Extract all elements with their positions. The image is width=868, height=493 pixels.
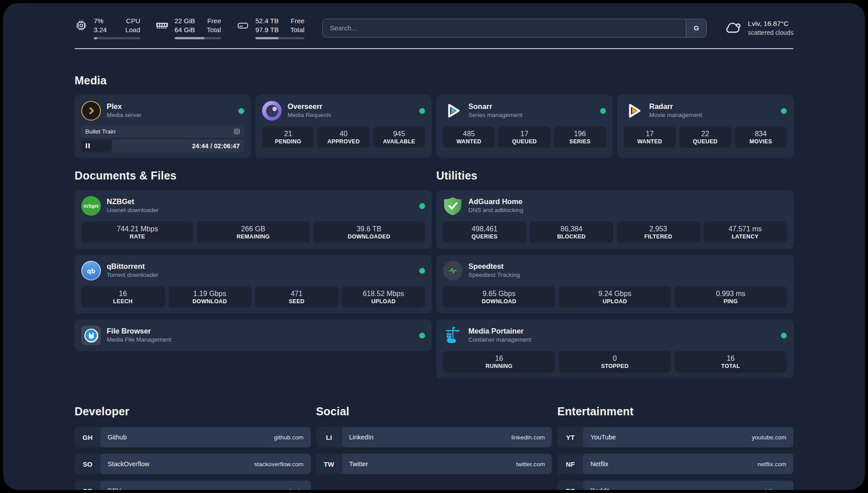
app-name: Speedtest xyxy=(468,262,520,271)
memory-icon xyxy=(155,19,169,32)
status-dot xyxy=(781,333,787,338)
app-card-filebrowser[interactable]: File Browser Media File Management xyxy=(75,320,432,351)
bookmark-abbr: TW xyxy=(316,454,342,474)
status-dot xyxy=(419,268,425,274)
cpu-usage-value: 7% xyxy=(94,17,107,25)
stat-queries: 498,461 QUERIES xyxy=(443,221,526,243)
bookmark-name: Github xyxy=(108,434,127,441)
bookmark-name: StackOverflow xyxy=(108,460,149,468)
qbittorrent-icon: qb xyxy=(81,261,101,280)
stat-rate: 744.21 Mbps RATE xyxy=(81,221,193,243)
cpu-progress-bar xyxy=(94,37,140,39)
stat-blocked: 86,384 BLOCKED xyxy=(530,221,613,243)
bookmark-abbr: GH xyxy=(75,427,100,447)
media-cards: Plex Media server Bullet Train xyxy=(75,95,793,158)
app-card-nzbget[interactable]: nzbget NZBGet Usenet downloader 744.21 M… xyxy=(75,190,432,249)
app-name: AdGuard Home xyxy=(468,197,523,206)
pause-icon[interactable] xyxy=(86,143,90,148)
app-name: qBittorrent xyxy=(107,262,159,271)
memory-total-value: 64 GiB xyxy=(175,25,195,34)
stat-running: 16 RUNNING xyxy=(443,351,555,372)
stat-wanted: 17 WANTED xyxy=(624,126,676,148)
disk-total-value: 97.9 TB xyxy=(255,25,279,34)
disk-free-value: 52.4 TB xyxy=(255,17,279,25)
cpu-widget: 7% 3.24 CPU Load xyxy=(75,17,140,39)
app-name: Sonarr xyxy=(468,102,522,111)
stat-upload: 618.52 Mbps UPLOAD xyxy=(342,286,426,308)
weather-widget: Lviv, 16.87°C scattered clouds xyxy=(723,19,793,37)
now-playing-title: Bullet Train xyxy=(85,128,116,135)
player-progress-bar[interactable]: 24:44 / 02:06:47 xyxy=(81,140,244,152)
app-subtitle: Speedtest Tracking xyxy=(468,271,520,280)
resource-widgets: 7% 3.24 CPU Load xyxy=(75,17,305,39)
bookmark-youtube[interactable]: YT YouTube youtube.com xyxy=(557,427,793,447)
disk-icon xyxy=(236,19,250,32)
stat-leech: 16 LEECH xyxy=(81,286,165,308)
weather-condition: scattered clouds xyxy=(748,28,793,37)
status-dot xyxy=(600,108,606,114)
player-progress-fill xyxy=(81,140,112,152)
disk-progress-bar xyxy=(255,37,305,39)
weather-location-temp: Lviv, 16.87°C xyxy=(748,19,793,28)
section-title-social: Social xyxy=(316,405,552,418)
stat-series: 196 SERIES xyxy=(554,126,606,148)
app-name: File Browser xyxy=(107,326,171,335)
stat-remaining: 266 GB REMAINING xyxy=(197,221,309,243)
bookmark-reddit[interactable]: RE Reddit reddit.com xyxy=(557,480,793,490)
app-card-overseerr[interactable]: Overseerr Media Requests 21 PENDING 40 A… xyxy=(255,95,432,158)
stat-wanted: 485 WANTED xyxy=(443,126,495,148)
app-card-qbittorrent[interactable]: qb qBittorrent Torrent downloader 16 LEE… xyxy=(75,255,432,313)
stat-downloaded: 39.6 TB DOWNLOADED xyxy=(313,221,425,243)
app-subtitle: Series management xyxy=(468,111,522,120)
sonarr-icon xyxy=(443,101,463,121)
bookmark-netflix[interactable]: NF Netflix netflix.com xyxy=(557,454,793,474)
bookmark-stackoverflow[interactable]: SO StackOverflow stackoverflow.com xyxy=(75,454,311,474)
now-playing-view-icon[interactable] xyxy=(234,128,240,135)
utilities-column: Utilities xyxy=(436,169,793,378)
status-dot xyxy=(419,203,425,209)
radarr-icon xyxy=(624,101,643,121)
bookmark-github[interactable]: GH Github github.com xyxy=(75,427,311,447)
bookmark-url: dev.to xyxy=(288,488,304,490)
app-card-speedtest[interactable]: Speedtest Speedtest Tracking 9.65 Gbps D… xyxy=(436,255,793,313)
bookmark-group-developer: Developer GH Github github.com SO StackO… xyxy=(75,405,311,490)
status-dot xyxy=(781,108,787,114)
status-dot xyxy=(238,108,244,114)
bookmark-name: Netflix xyxy=(590,460,608,468)
app-card-adguard[interactable]: AdGuard Home DNS and adblocking 498,461 … xyxy=(436,190,793,249)
section-title-media: Media xyxy=(75,74,793,87)
disk-progress-fill xyxy=(255,37,279,39)
bookmark-name: DEV xyxy=(108,487,121,490)
status-dot xyxy=(419,108,425,114)
search-input[interactable] xyxy=(323,19,686,37)
bookmark-url: linkedin.com xyxy=(511,434,545,441)
bookmark-twitter[interactable]: TW Twitter twitter.com xyxy=(316,454,552,474)
stat-latency: 47.571 ms LATENCY xyxy=(704,221,787,243)
app-card-sonarr[interactable]: Sonarr Series management 485 WANTED 17 Q… xyxy=(436,95,613,158)
bookmark-group-entertainment: Entertainment YT YouTube youtube.com NF … xyxy=(557,405,793,490)
app-card-plex[interactable]: Plex Media server Bullet Train xyxy=(75,95,251,158)
app-name: Overseerr xyxy=(288,102,331,111)
filebrowser-icon xyxy=(81,326,101,345)
stat-stopped: 0 STOPPED xyxy=(559,351,671,372)
app-name: Media Portainer xyxy=(468,326,531,335)
adguard-icon xyxy=(443,196,463,216)
app-name: Radarr xyxy=(649,102,702,111)
app-card-radarr[interactable]: Radarr Movie management 17 WANTED 22 QUE… xyxy=(617,95,793,158)
nzbget-icon: nzbget xyxy=(81,196,101,216)
bookmark-group-social: Social LI LinkedIn linkedin.com TW Twitt… xyxy=(316,405,552,490)
search-provider-button[interactable]: G xyxy=(686,19,706,37)
app-subtitle: Movie management xyxy=(649,111,702,120)
app-card-portainer[interactable]: Media Portainer Container management 16 … xyxy=(436,320,793,378)
status-dot xyxy=(419,333,425,338)
stat-download: 9.65 Gbps DOWNLOAD xyxy=(443,286,555,308)
stat-approved: 40 APPROVED xyxy=(317,126,369,148)
bookmark-name: YouTube xyxy=(590,434,616,441)
section-title-developer: Developer xyxy=(75,405,311,418)
stat-available: 945 AVAILABLE xyxy=(373,126,425,148)
bookmark-abbr: SO xyxy=(75,454,100,474)
memory-widget: 22 GiB 64 GiB Free Total xyxy=(155,17,221,39)
cpu-usage-label: CPU xyxy=(125,17,140,25)
bookmark-linkedin[interactable]: LI LinkedIn linkedin.com xyxy=(316,427,552,447)
bookmark-dev[interactable]: DT DEV dev.to xyxy=(75,480,311,490)
